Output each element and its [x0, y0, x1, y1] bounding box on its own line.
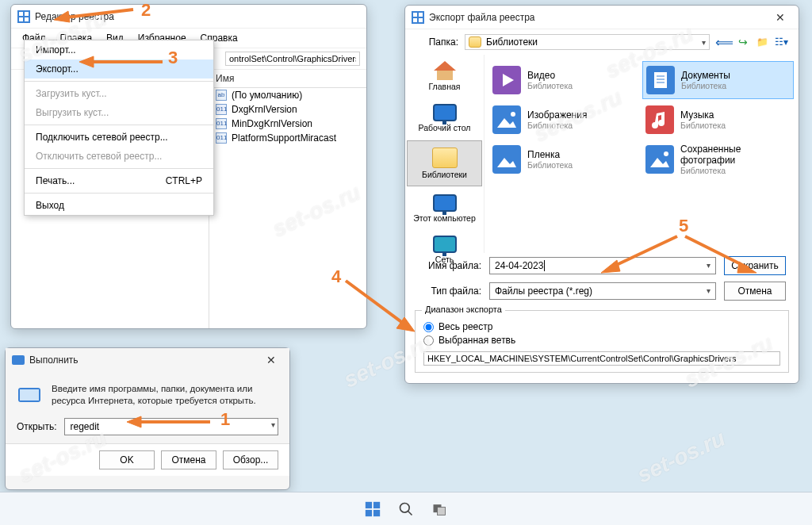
branch-path-input[interactable]: [423, 351, 780, 366]
export-range-group: Диапазон экспорта Весь реестр Выбранная …: [415, 310, 789, 373]
svg-point-22: [511, 112, 515, 117]
num-3: 3: [168, 48, 178, 68]
lib-music[interactable]: МузыкаБиблиотека: [642, 101, 794, 139]
regedit-icon: [412, 11, 424, 24]
export-title: Экспорт файла реестра: [429, 12, 768, 23]
value-row[interactable]: ab(По умолчанию): [209, 88, 366, 102]
svg-rect-10: [419, 13, 423, 17]
regedit-icon: [17, 10, 30, 23]
places-bar: Главная Рабочий стол Библиотеки Этот ком…: [405, 55, 485, 253]
browse-button[interactable]: Обзор...: [223, 450, 278, 469]
close-icon[interactable]: ✕: [768, 11, 792, 24]
lib-documents[interactable]: ДокументыБиблиотека: [642, 61, 794, 99]
num-1: 1: [220, 409, 230, 430]
export-titlebar[interactable]: Экспорт файла реестра ✕: [405, 6, 799, 29]
chevron-down-icon[interactable]: ▾: [271, 420, 275, 429]
view-icon[interactable]: ☷▾: [773, 34, 789, 50]
svg-rect-5: [12, 355, 25, 365]
num-2: 2: [141, 0, 151, 21]
photos-icon: [645, 145, 674, 174]
arrow-3: [79, 54, 167, 70]
lib-video[interactable]: ВидеоБиблиотека: [489, 61, 641, 99]
svg-marker-32: [54, 11, 70, 22]
film-icon: [492, 145, 521, 174]
lib-images[interactable]: ИзображенияБиблиотека: [489, 101, 641, 139]
svg-marker-34: [79, 56, 94, 67]
svg-rect-41: [366, 501, 372, 508]
svg-rect-26: [645, 145, 674, 174]
value-row[interactable]: 011PlatformSupportMiracast: [209, 131, 366, 145]
svg-rect-16: [654, 72, 667, 88]
filetype-combo[interactable]: Файлы реестра (*.reg)▾: [489, 282, 716, 300]
num-4: 4: [331, 266, 341, 287]
regedit-address-input[interactable]: [225, 52, 360, 66]
start-button[interactable]: [363, 500, 382, 519]
svg-rect-2: [25, 12, 29, 16]
cancel-button[interactable]: Отмена: [161, 450, 216, 469]
svg-point-45: [400, 503, 410, 512]
svg-rect-43: [366, 509, 372, 515]
svg-rect-12: [419, 18, 423, 22]
chevron-down-icon[interactable]: ▾: [702, 38, 706, 47]
ok-button[interactable]: OK: [99, 450, 155, 469]
svg-marker-38: [601, 260, 620, 273]
arrow-1: [127, 414, 214, 430]
menu-disconnect-net: Отключить сетевой реестр...: [25, 147, 213, 166]
folder-icon: [469, 36, 481, 48]
images-icon: [492, 105, 521, 134]
svg-point-28: [664, 151, 668, 156]
filetype-label: Тип файла:: [418, 285, 481, 297]
folder-combo[interactable]: Библиотеки ▾: [465, 34, 710, 50]
svg-marker-40: [737, 262, 756, 273]
radio-branch-input[interactable]: [423, 335, 434, 346]
cancel-button[interactable]: Отмена: [724, 282, 786, 301]
svg-rect-48: [438, 507, 446, 515]
string-icon: ab: [216, 90, 227, 101]
place-desktop[interactable]: Рабочий стол: [405, 98, 484, 139]
svg-line-31: [66, 10, 133, 17]
svg-rect-7: [20, 389, 39, 400]
taskview-icon[interactable]: [430, 500, 449, 519]
back-icon[interactable]: ⟸: [716, 34, 732, 50]
radio-branch[interactable]: Выбранная ветвь: [423, 335, 780, 346]
svg-rect-24: [492, 145, 521, 174]
radio-all[interactable]: Весь реестр: [423, 321, 780, 332]
svg-line-46: [408, 511, 412, 515]
num-5: 5: [679, 216, 688, 236]
watermark: set-os.ru: [634, 426, 730, 489]
arrow-2: [54, 0, 141, 24]
lib-saved-photos[interactable]: Сохраненные фотографииБиблиотека: [642, 140, 794, 178]
menu-print[interactable]: Печать...CTRL+P: [25, 171, 213, 190]
taskbar[interactable]: [0, 492, 812, 525]
run-titlebar[interactable]: Выполнить ✕: [6, 348, 289, 372]
menu-connect-net[interactable]: Подключить сетевой реестр...: [25, 128, 213, 147]
place-libraries[interactable]: Библиотеки: [407, 140, 482, 186]
place-home[interactable]: Главная: [405, 55, 484, 98]
run-icon: [12, 354, 25, 366]
value-row[interactable]: 011DxgKrnlVersion: [209, 102, 366, 117]
radio-all-input[interactable]: [423, 322, 434, 332]
svg-rect-9: [413, 13, 417, 17]
chevron-down-icon[interactable]: ▾: [707, 286, 710, 295]
close-icon[interactable]: ✕: [259, 354, 283, 366]
svg-rect-3: [19, 17, 23, 21]
lib-film[interactable]: ПленкаБиблиотека: [489, 140, 641, 178]
up-icon[interactable]: ↪: [735, 34, 751, 50]
menu-exit[interactable]: Выход: [25, 196, 213, 215]
svg-rect-11: [413, 18, 417, 22]
run-big-icon: [17, 383, 42, 408]
dword-icon: 011: [216, 118, 227, 129]
search-icon[interactable]: [396, 500, 416, 519]
file-list[interactable]: ВидеоБиблиотека ДокументыБиблиотека Изоб…: [485, 55, 799, 253]
new-folder-icon[interactable]: 📁: [754, 34, 770, 50]
export-registry-dialog: Экспорт файла реестра ✕ Папка: Библиотек…: [404, 5, 799, 384]
filename-label: Имя файла:: [418, 260, 481, 271]
run-desc: Введите имя программы, папки, документа …: [52, 383, 278, 408]
svg-rect-23: [645, 105, 674, 134]
dword-icon: 011: [216, 132, 227, 144]
range-legend: Диапазон экспорта: [422, 305, 505, 314]
col-name[interactable]: Имя: [209, 70, 366, 88]
menu-unload-hive: Выгрузить куст...: [25, 103, 213, 122]
value-row[interactable]: 011MinDxgKrnlVersion: [209, 117, 366, 131]
place-thispc[interactable]: Этот компьютер: [405, 188, 484, 229]
